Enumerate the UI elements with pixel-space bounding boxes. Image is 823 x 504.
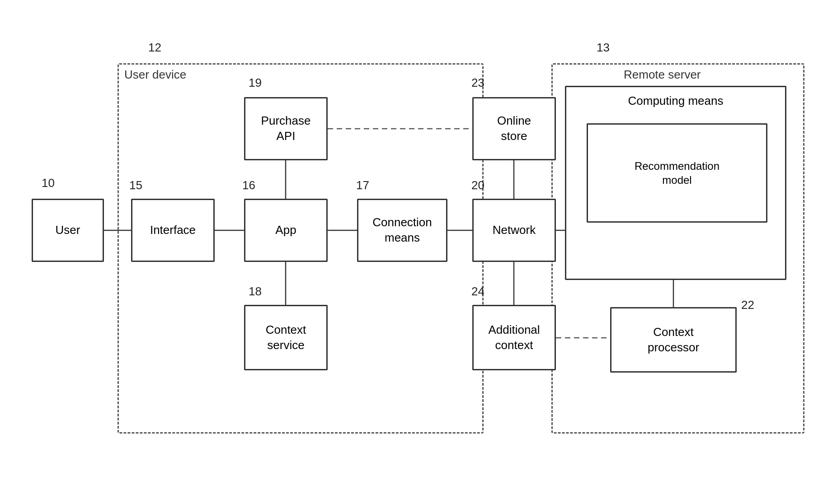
context-service-box: Contextservice	[244, 305, 328, 370]
ref-19: 19	[249, 76, 262, 90]
ref-18: 18	[249, 285, 262, 299]
ref-20: 20	[471, 178, 484, 192]
ref-15: 15	[129, 178, 142, 192]
ref-17: 17	[356, 178, 369, 192]
online-store-box: Onlinestore	[472, 97, 556, 160]
additional-context-box: Additionalcontext	[472, 305, 556, 370]
ref-24: 24	[471, 285, 484, 299]
connection-means-box: Connectionmeans	[357, 199, 447, 262]
recommendation-model-box: Recommendationmodel	[587, 123, 767, 223]
diagram-container: 12 13 User device Remote server 10 15 16…	[18, 27, 809, 470]
ref-23: 23	[471, 76, 484, 90]
interface-box: Interface	[131, 199, 215, 262]
network-box: Network	[472, 199, 556, 262]
computing-means-box: Computing means Recommendationmodel	[565, 86, 786, 280]
user-device-label: User device	[124, 68, 186, 82]
remote-server-label: Remote server	[624, 68, 701, 82]
user-box: User	[32, 199, 104, 262]
ref-22: 22	[741, 298, 754, 312]
app-box: App	[244, 199, 328, 262]
ref-12: 12	[148, 41, 161, 55]
purchase-api-box: PurchaseAPI	[244, 97, 328, 160]
context-processor-box: Contextprocessor	[610, 307, 737, 373]
ref-16: 16	[242, 178, 255, 192]
ref-10: 10	[42, 176, 55, 190]
ref-13: 13	[597, 41, 610, 55]
